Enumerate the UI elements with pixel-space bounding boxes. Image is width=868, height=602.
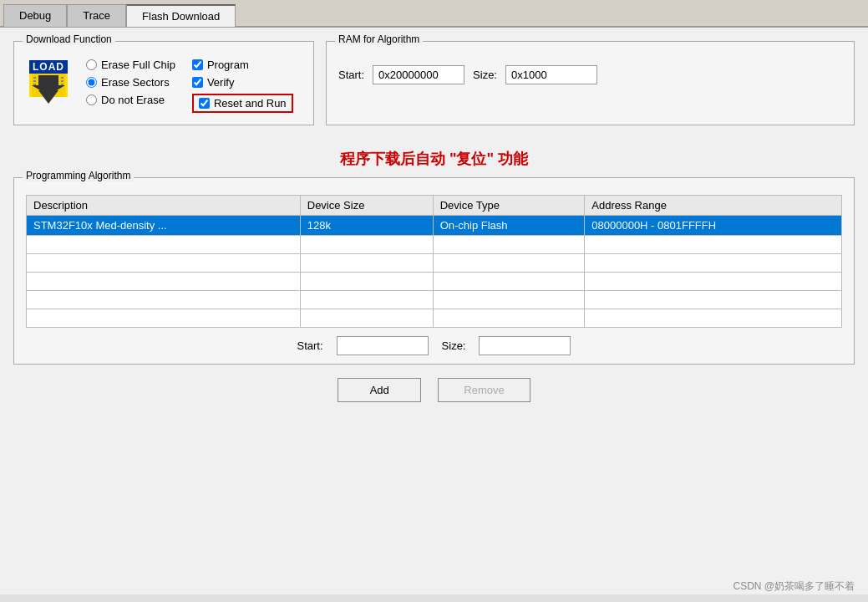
start-size-row: Start: Size: (26, 336, 842, 355)
tab-trace[interactable]: Trace (67, 4, 126, 27)
button-row: Add Remove (13, 378, 855, 402)
empty-cell-8 (585, 254, 842, 273)
check-verify-label: Verify (207, 76, 235, 89)
empty-cell-7 (433, 254, 585, 273)
col-device-type: Device Type (433, 196, 585, 216)
svg-rect-7 (61, 84, 63, 85)
algo-size-input[interactable] (479, 336, 571, 355)
check-program-label: Program (207, 59, 249, 71)
download-function-legend: Download Function (23, 33, 115, 45)
svg-rect-6 (61, 80, 63, 82)
check-program-input[interactable] (192, 59, 203, 70)
radio-do-not-erase[interactable]: Do not Erase (86, 94, 175, 106)
top-row: Download Function LOAD (13, 41, 855, 137)
check-reset-run-input[interactable] (199, 98, 210, 109)
radio-erase-sectors-input[interactable] (86, 77, 97, 88)
table-empty-row-2 (27, 254, 842, 273)
ram-algorithm-legend: RAM for Algorithm (335, 33, 423, 45)
empty-cell-5 (27, 254, 301, 273)
table-empty-row-5 (27, 309, 842, 328)
check-reset-run[interactable]: Reset and Run (192, 94, 293, 113)
prog-algo-section: 程序下载后自动 "复位" 功能 Programming Algorithm De… (13, 149, 855, 365)
algo-size-label: Size: (442, 339, 466, 352)
load-icon-inner: LOAD (29, 60, 71, 102)
empty-cell-15 (433, 291, 585, 309)
empty-cell-3 (433, 236, 585, 254)
table-empty-row-3 (27, 273, 842, 291)
table-row[interactable]: STM32F10x Med-density ... 128k On-chip F… (27, 216, 842, 236)
radio-do-not-erase-label: Do not Erase (101, 94, 165, 106)
svg-rect-4 (33, 84, 36, 85)
col-address-range: Address Range (585, 196, 842, 216)
tab-debug[interactable]: Debug (3, 4, 67, 27)
empty-cell-1 (27, 236, 301, 254)
load-arrow (29, 74, 68, 97)
check-program[interactable]: Program (192, 59, 293, 71)
empty-cell-11 (433, 273, 585, 291)
ram-algorithm-group: RAM for Algorithm Start: Size: (326, 41, 855, 125)
tab-bar: Debug Trace Flash Download (0, 0, 868, 28)
cell-device-size: 128k (300, 216, 433, 236)
svg-rect-5 (61, 77, 63, 79)
ram-start-label: Start: (338, 69, 364, 81)
ram-inner: Start: Size: (338, 65, 842, 84)
radio-erase-full-input[interactable] (86, 59, 97, 70)
empty-cell-16 (585, 291, 842, 309)
empty-cell-20 (585, 309, 842, 328)
download-function-group: Download Function LOAD (13, 41, 314, 125)
algo-start-input[interactable] (337, 336, 429, 355)
watermark: CSDN @奶茶喝多了睡不着 (733, 579, 855, 594)
load-text: LOAD (29, 60, 68, 74)
cell-device-type: On-chip Flash (433, 216, 585, 236)
radio-erase-full[interactable]: Erase Full Chip (86, 59, 175, 71)
check-reset-run-label: Reset and Run (214, 97, 287, 110)
table-header-row: Description Device Size Device Type Addr… (27, 196, 842, 216)
empty-cell-13 (27, 291, 301, 309)
empty-cell-12 (585, 273, 842, 291)
table-empty-row-1 (27, 236, 842, 254)
radio-erase-full-label: Erase Full Chip (101, 59, 175, 71)
algorithm-table: Description Device Size Device Type Addr… (26, 195, 842, 328)
add-button[interactable]: Add (338, 378, 421, 402)
svg-rect-3 (33, 80, 36, 82)
load-arrow-svg (32, 74, 65, 97)
empty-cell-17 (27, 309, 301, 328)
main-content: Download Function LOAD (0, 28, 868, 594)
programming-algorithm-legend: Programming Algorithm (23, 170, 134, 181)
check-verify[interactable]: Verify (192, 76, 293, 89)
radio-erase-sectors[interactable]: Erase Sectors (86, 76, 175, 89)
remove-button[interactable]: Remove (438, 378, 530, 402)
ram-start-input[interactable] (373, 65, 464, 84)
df-inner: LOAD (26, 57, 302, 113)
radio-col: Erase Full Chip Erase Sectors Do not Era… (86, 59, 175, 113)
empty-cell-6 (300, 254, 433, 273)
check-col: Program Verify Reset and Run (192, 59, 293, 113)
empty-cell-2 (300, 236, 433, 254)
radio-erase-sectors-label: Erase Sectors (101, 76, 170, 89)
col-device-size: Device Size (300, 196, 433, 216)
load-icon: LOAD (26, 57, 74, 105)
tab-flash-download[interactable]: Flash Download (126, 4, 236, 27)
table-empty-row-4 (27, 291, 842, 309)
check-verify-input[interactable] (192, 77, 203, 88)
cell-description: STM32F10x Med-density ... (27, 216, 301, 236)
algo-start-label: Start: (297, 339, 323, 352)
svg-rect-2 (33, 77, 36, 79)
programming-algorithm-group: Programming Algorithm Description Device… (13, 177, 855, 365)
annotation-text: 程序下载后自动 "复位" 功能 (13, 149, 855, 169)
empty-cell-9 (27, 273, 301, 291)
empty-cell-14 (300, 291, 433, 309)
empty-cell-19 (433, 309, 585, 328)
ram-size-label: Size: (473, 69, 497, 81)
empty-cell-4 (585, 236, 842, 254)
cell-address-range: 08000000H - 0801FFFFH (585, 216, 842, 236)
radio-do-not-erase-input[interactable] (86, 94, 97, 105)
col-description: Description (27, 196, 301, 216)
ram-size-input[interactable] (505, 65, 597, 84)
empty-cell-10 (300, 273, 433, 291)
reset-run-box: Reset and Run (192, 94, 293, 113)
df-options: Erase Full Chip Erase Sectors Do not Era… (86, 57, 293, 113)
empty-cell-18 (300, 309, 433, 328)
